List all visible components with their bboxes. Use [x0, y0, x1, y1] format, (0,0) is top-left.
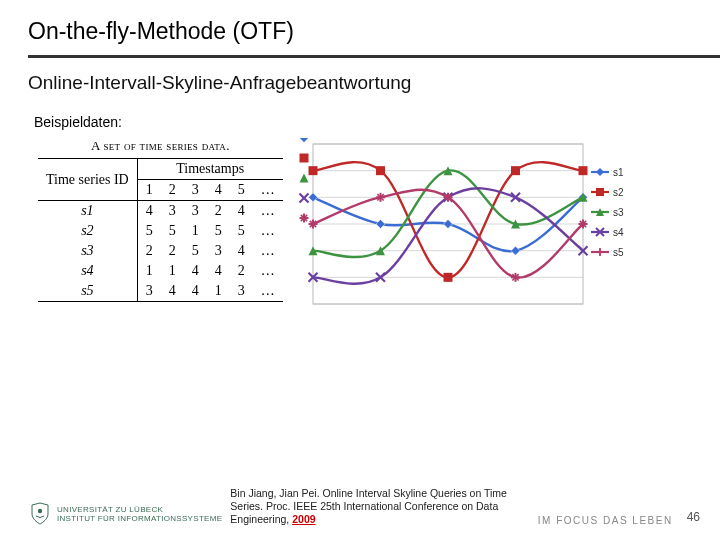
cell: …	[253, 261, 283, 281]
line-chart: s1s2s3s4s5	[295, 138, 635, 318]
ts-head: 4	[207, 180, 230, 201]
cell: 3	[161, 201, 184, 222]
cell: 4	[230, 241, 253, 261]
cell: 2	[137, 241, 161, 261]
slide-title: On-the-fly-Methode (OTF)	[28, 18, 692, 55]
row-id: s3	[38, 241, 137, 261]
cell: 3	[184, 201, 207, 222]
data-table-block: A set of time series data. Time series I…	[28, 138, 283, 302]
table-row: s2 5 5 1 5 5 …	[38, 221, 283, 241]
chart-block: s1s2s3s4s5	[295, 138, 635, 322]
row-id: s5	[38, 281, 137, 302]
svg-rect-57	[596, 188, 604, 196]
svg-rect-71	[299, 154, 308, 163]
cell: 1	[184, 221, 207, 241]
svg-marker-8	[308, 193, 317, 202]
table-row: s4 1 1 4 4 2 …	[38, 261, 283, 281]
row-id: s4	[38, 261, 137, 281]
svg-text:s3: s3	[613, 207, 624, 218]
cell: 5	[161, 221, 184, 241]
svg-text:s5: s5	[613, 247, 624, 258]
svg-rect-13	[308, 166, 317, 175]
cell: …	[253, 281, 283, 302]
cell: …	[253, 221, 283, 241]
cell: …	[253, 241, 283, 261]
svg-marker-70	[299, 138, 308, 143]
institute-name: INSTITUT FÜR INFORMATIONSSYSTEME	[57, 514, 222, 523]
table-row: s1 4 3 3 2 4 …	[38, 201, 283, 222]
cell: 5	[137, 221, 161, 241]
cell: 1	[137, 261, 161, 281]
table-caption: A set of time series data.	[38, 138, 283, 154]
svg-marker-11	[511, 246, 520, 255]
cell: 4	[207, 261, 230, 281]
cell: 4	[230, 201, 253, 222]
university-name: UNIVERSITÄT ZU LÜBECK	[57, 505, 222, 514]
cell: 2	[230, 261, 253, 281]
data-table: Time series ID Timestamps 1 2 3 4 5 … s1	[38, 158, 283, 302]
cell: 5	[230, 221, 253, 241]
cell: 3	[230, 281, 253, 302]
svg-text:s2: s2	[613, 187, 624, 198]
cell: 1	[207, 281, 230, 302]
cell: 4	[184, 281, 207, 302]
svg-rect-14	[376, 166, 385, 175]
slide-subtitle: Online-Intervall-Skyline-Anfragebeantwor…	[28, 72, 692, 94]
svg-rect-17	[578, 166, 587, 175]
cell: 5	[207, 221, 230, 241]
university-logo: UNIVERSITÄT ZU LÜBECK INSTITUT FÜR INFOR…	[28, 502, 222, 526]
cell: 3	[137, 281, 161, 302]
col-head-id: Time series ID	[46, 172, 129, 187]
ts-head: 3	[184, 180, 207, 201]
svg-rect-16	[511, 166, 520, 175]
ts-head: 5	[230, 180, 253, 201]
citation-year: 2009	[292, 513, 315, 525]
cell: 2	[161, 241, 184, 261]
cell: 4	[184, 261, 207, 281]
svg-text:s1: s1	[613, 167, 624, 178]
svg-marker-10	[443, 220, 452, 229]
svg-text:s4: s4	[613, 227, 624, 238]
citation: Bin Jiang, Jian Pei. Online Interval Sky…	[230, 487, 530, 526]
cell: 1	[161, 261, 184, 281]
slide-footer: UNIVERSITÄT ZU LÜBECK INSTITUT FÜR INFOR…	[0, 487, 720, 526]
svg-rect-15	[443, 273, 452, 282]
footer-motto: IM FOCUS DAS LEBEN	[538, 515, 673, 526]
example-label: Beispieldaten:	[28, 114, 692, 130]
citation-text: Bin Jiang, Jian Pei. Online Interval Sky…	[230, 487, 507, 525]
cell: 4	[161, 281, 184, 302]
row-id: s2	[38, 221, 137, 241]
crest-icon	[28, 502, 52, 526]
svg-marker-54	[596, 168, 604, 176]
cell: …	[253, 201, 283, 222]
svg-marker-9	[376, 220, 385, 229]
title-divider	[28, 55, 720, 58]
cell: 5	[184, 241, 207, 261]
svg-point-79	[38, 509, 42, 513]
ts-head: 1	[137, 180, 161, 201]
svg-marker-72	[299, 174, 308, 183]
slide-number: 46	[687, 510, 700, 526]
ts-head: …	[253, 180, 283, 201]
cell: 2	[207, 201, 230, 222]
col-head-timestamps: Timestamps	[176, 161, 244, 176]
ts-head: 2	[161, 180, 184, 201]
cell: 4	[137, 201, 161, 222]
table-row: s5 3 4 4 1 3 …	[38, 281, 283, 302]
row-id: s1	[38, 201, 137, 222]
table-row: s3 2 2 5 3 4 …	[38, 241, 283, 261]
cell: 3	[207, 241, 230, 261]
